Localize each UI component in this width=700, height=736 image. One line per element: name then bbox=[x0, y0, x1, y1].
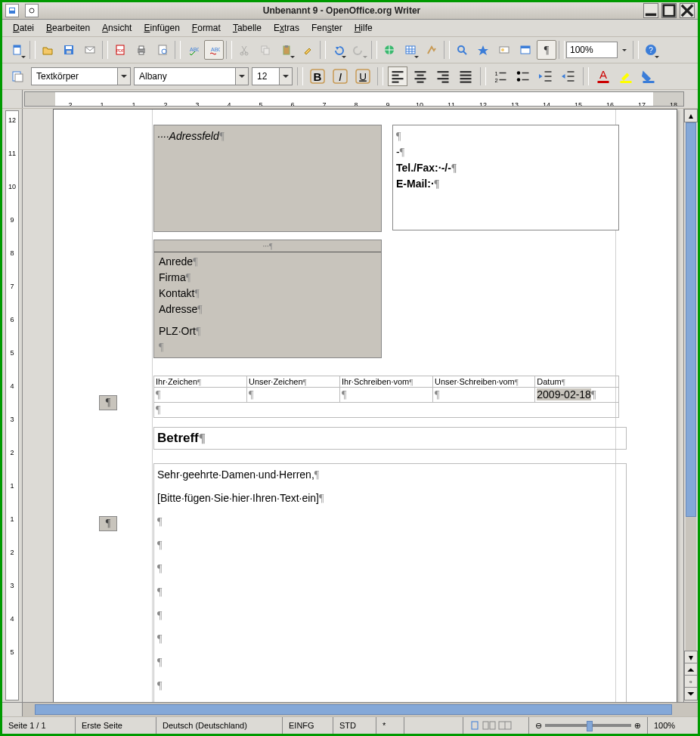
copy-button[interactable] bbox=[256, 40, 275, 60]
paragraph-style-combo[interactable]: Textkörper bbox=[31, 67, 131, 85]
navigator-button[interactable] bbox=[473, 40, 493, 60]
styles-button[interactable] bbox=[8, 66, 27, 86]
scroll-thumb[interactable] bbox=[686, 122, 696, 517]
undo-button[interactable] bbox=[328, 40, 348, 60]
menu-extras[interactable]: Extras bbox=[268, 20, 305, 36]
menu-ansicht[interactable]: Ansicht bbox=[96, 20, 138, 36]
draw-button[interactable] bbox=[422, 40, 441, 60]
page[interactable]: ····Adressfeld¶ ¶ -¶ Tel./Fax:·-/-¶ E-Ma… bbox=[53, 109, 677, 702]
book-icon[interactable] bbox=[498, 721, 512, 730]
print-button[interactable] bbox=[132, 40, 151, 60]
single-page-icon[interactable] bbox=[469, 721, 480, 730]
multi-page-icon[interactable] bbox=[482, 721, 496, 730]
contact-frame[interactable]: ¶ -¶ Tel./Fax:·-/-¶ E-Mail:·¶ bbox=[392, 125, 619, 230]
underline-button[interactable]: U bbox=[353, 66, 373, 86]
reference-table[interactable]: Ihr·Zeichen¶ Unser·Zeichen¶ Ihr·Schreibe… bbox=[153, 376, 619, 418]
subject-frame[interactable]: Betreff¶ bbox=[153, 427, 627, 450]
align-right-button[interactable] bbox=[433, 66, 453, 86]
system-menu-icon[interactable] bbox=[5, 4, 19, 17]
menu-datei[interactable]: Datei bbox=[7, 20, 40, 36]
svg-rect-49 bbox=[598, 81, 609, 83]
datasources-button[interactable] bbox=[516, 40, 535, 60]
svg-point-28 bbox=[458, 46, 464, 52]
view-layout-buttons[interactable] bbox=[463, 717, 529, 734]
font-name-combo[interactable]: Albany bbox=[134, 67, 249, 85]
spellcheck-button[interactable]: ABC bbox=[183, 40, 203, 60]
svg-rect-14 bbox=[139, 46, 144, 49]
align-justify-button[interactable] bbox=[456, 66, 475, 86]
cut-button[interactable] bbox=[234, 40, 254, 60]
next-page-button[interactable]: ⏷ bbox=[684, 687, 698, 700]
nonprinting-button[interactable]: ¶ bbox=[537, 40, 556, 60]
close-button[interactable] bbox=[680, 3, 695, 18]
autospell-button[interactable]: ABC bbox=[204, 40, 224, 60]
placeholder-text: [Bitte·fügen·Sie·hier·Ihren·Text·ein] bbox=[157, 492, 319, 504]
gallery-button[interactable] bbox=[494, 40, 514, 60]
hscroll-thumb[interactable] bbox=[35, 704, 672, 715]
svg-rect-9 bbox=[67, 51, 71, 54]
status-insert[interactable]: EINFG bbox=[283, 717, 333, 734]
bold-button[interactable]: B bbox=[308, 66, 327, 86]
anrede-text: Anrede bbox=[159, 255, 193, 267]
open-button[interactable] bbox=[38, 40, 57, 60]
zoom-dropdown[interactable] bbox=[618, 40, 630, 60]
italic-button[interactable]: I bbox=[330, 66, 350, 86]
svg-text:1: 1 bbox=[495, 70, 498, 77]
decrease-indent-button[interactable] bbox=[536, 66, 556, 86]
menu-hilfe[interactable]: Hilfe bbox=[348, 20, 379, 36]
svg-rect-15 bbox=[139, 52, 144, 54]
menu-fenster[interactable]: Fenster bbox=[305, 20, 348, 36]
status-zoom[interactable]: 100% bbox=[648, 717, 698, 734]
address-field-frame[interactable]: ····Adressfeld¶ bbox=[153, 125, 382, 232]
bgcolor-button[interactable] bbox=[639, 66, 658, 86]
date-field[interactable]: 2009-02-18 bbox=[537, 388, 591, 400]
highlight-button[interactable] bbox=[616, 66, 636, 86]
body-frame[interactable]: Sehr·geehrte·Damen·und·Herren,¶ [Bitte·f… bbox=[153, 463, 627, 702]
recipient-frame[interactable]: ···¶ Anrede¶ Firma¶ Kontakt¶ Adresse¶ PL… bbox=[153, 240, 382, 358]
email-button[interactable] bbox=[80, 40, 100, 60]
menu-format[interactable]: Format bbox=[186, 20, 227, 36]
pdf-button[interactable]: PDF bbox=[110, 40, 130, 60]
pin-icon[interactable] bbox=[25, 4, 39, 17]
svg-point-30 bbox=[501, 48, 504, 51]
menu-einfuegen[interactable]: Einfügen bbox=[138, 20, 185, 36]
increase-indent-button[interactable] bbox=[559, 66, 578, 86]
redo-button[interactable] bbox=[349, 40, 369, 60]
table-button[interactable] bbox=[401, 40, 420, 60]
horizontal-ruler[interactable]: 21123456789101112131415161718 bbox=[24, 91, 684, 107]
menu-bearbeiten[interactable]: Bearbeiten bbox=[40, 20, 96, 36]
menu-bar: Datei Bearbeiten Ansicht Einfügen Format… bbox=[2, 20, 698, 37]
vertical-scrollbar[interactable]: ▴ ▾ ⏶ ◦ ⏷ bbox=[683, 109, 698, 702]
horizontal-scrollbar[interactable] bbox=[2, 702, 698, 716]
status-template[interactable]: Erste Seite bbox=[76, 717, 156, 734]
maximize-button[interactable] bbox=[661, 3, 677, 18]
hyperlink-button[interactable] bbox=[379, 40, 399, 60]
vertical-ruler[interactable]: 12111098765432112345 bbox=[2, 109, 23, 702]
numbered-list-button[interactable]: 12 bbox=[491, 66, 510, 86]
save-button[interactable] bbox=[59, 40, 79, 60]
zoom-out-icon[interactable]: ⊖ bbox=[535, 721, 542, 731]
status-selection[interactable]: STD bbox=[333, 717, 376, 734]
preview-button[interactable] bbox=[153, 40, 172, 60]
scroll-up-button[interactable]: ▴ bbox=[684, 109, 698, 122]
betreff-text: Betreff bbox=[157, 431, 199, 445]
find-button[interactable] bbox=[452, 40, 472, 60]
paintbrush-button[interactable] bbox=[298, 40, 317, 60]
align-center-button[interactable] bbox=[410, 66, 430, 86]
document-canvas[interactable]: ····Adressfeld¶ ¶ -¶ Tel./Fax:·-/-¶ E-Ma… bbox=[23, 109, 683, 702]
menu-tabelle[interactable]: Tabelle bbox=[227, 20, 268, 36]
font-color-button[interactable]: A bbox=[593, 66, 613, 86]
zoom-in-icon[interactable]: ⊕ bbox=[634, 721, 641, 731]
help-button[interactable]: ? bbox=[641, 40, 661, 60]
minimize-button[interactable] bbox=[643, 3, 658, 18]
bullet-list-button[interactable] bbox=[513, 66, 533, 86]
font-size-combo[interactable]: 12 bbox=[252, 67, 293, 85]
paste-button[interactable] bbox=[277, 40, 296, 60]
zoom-slider[interactable]: ⊖ ⊕ bbox=[529, 717, 648, 734]
window-title: Unbenannt 9 - OpenOffice.org Writer bbox=[42, 5, 642, 16]
align-left-button[interactable] bbox=[388, 66, 407, 86]
zoom-combo[interactable]: 100% bbox=[566, 42, 618, 58]
new-button[interactable] bbox=[8, 40, 27, 60]
status-page[interactable]: Seite 1 / 1 bbox=[2, 717, 76, 734]
status-language[interactable]: Deutsch (Deutschland) bbox=[156, 717, 283, 734]
